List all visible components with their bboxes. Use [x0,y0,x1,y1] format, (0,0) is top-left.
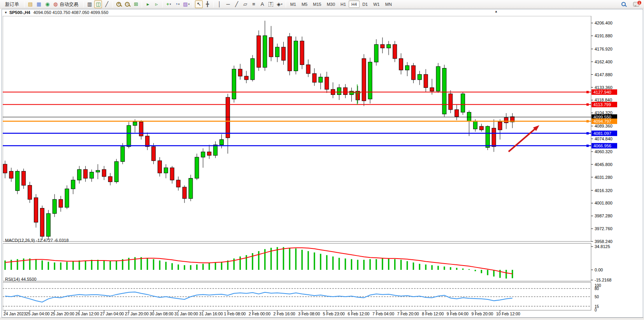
autoscroll-icon[interactable]: ▸ [144,0,152,8]
price-tick-label: 4176.920 [595,47,612,51]
candle-body [461,94,465,112]
fibonacci-button[interactable]: ≡ [250,0,258,8]
rsi-axis-label: 0 [595,308,597,312]
label-button[interactable]: T [267,0,275,8]
cursor-button: ↖ [197,2,201,7]
line-anchor-square [586,120,589,122]
candle [114,159,118,184]
timeframe-button-m15[interactable]: M15 [310,0,324,8]
new-order-button[interactable]: 新订单 [2,0,22,8]
autotrading-button: ◍ [53,2,58,7]
candle-body [40,208,44,236]
candle-body [300,41,304,65]
timeframe-button-mn[interactable]: MN [383,0,395,8]
time-axis-label: 26 Jan 12:00 [75,311,99,316]
chart-window: ▼ SP500-,H4 4094.050 4103.750 4087.050 4… [2,9,643,318]
line-anchor-square [586,103,589,106]
toolbar-separator [112,1,113,7]
price-tick-label: 4147.880 [595,72,612,77]
trendline-button[interactable]: ╱ [233,0,240,8]
candle [461,92,465,115]
chart-header: ▼ SP500-,H4 4094.050 4103.750 4087.050 4… [2,9,643,16]
candle-body [146,136,149,147]
candle-body [442,68,446,114]
zoom-out-icon[interactable]: − [123,0,131,8]
line-anchor-square [586,91,589,93]
expand-trade-panel-icon[interactable]: ▼ [2,11,9,14]
crosshair-button: ╋ [206,2,209,7]
time-axis-label: 25 Jan 20:00 [51,311,74,316]
candle-body [176,180,180,187]
line-chart-icon[interactable]: ╱ [103,0,111,8]
search-button[interactable] [619,0,627,8]
shapes-button: ◈ [277,2,281,7]
candle-body [114,162,118,182]
text-button[interactable]: A [258,0,266,8]
periods-button[interactable]: ◔▾ [173,0,181,8]
toolbar-separator [83,1,84,7]
cursor-button[interactable]: ↖ [195,0,203,8]
candle-body [449,94,453,110]
tile-windows-icon[interactable]: ⊞ [132,0,140,8]
line-anchor-square [586,132,589,135]
candle-body [238,69,242,76]
price-tick-label: 4001.800 [595,201,612,205]
time-axis-label: 1 Feb 08:00 [224,311,246,316]
timeframe-button-m5[interactable]: M5 [299,0,310,8]
timeframe-button-h4[interactable]: H4 [349,0,360,8]
history-icon[interactable]: ▤ [26,0,34,8]
zoom-in-icon: + [116,2,121,7]
candle [436,63,440,93]
shapes-button[interactable]: ◈▾ [275,0,284,8]
candle-body [325,77,329,89]
zoom-in-icon[interactable]: + [115,0,123,8]
candle-body [411,66,415,80]
candle [257,30,261,71]
time-axis-label: 9 Feb 20:00 [471,311,493,316]
price-tick-label: 3958.240 [595,239,612,244]
indicators-button: + [166,2,169,7]
candlestick-chart-icon[interactable]: ◫ [94,0,102,8]
timeframe-button-h1[interactable]: H1 [338,0,349,8]
time-axis-label: 24 Jan 2023 [4,311,26,316]
time-axis-label: 27 Jan 04:00 [100,311,124,316]
dropdown-arrow-icon: ▾ [178,3,180,5]
time-axis-label: 5 Feb 23:00 [323,311,345,316]
candle-body [344,87,347,94]
vertical-line-button[interactable]: │ [216,0,223,8]
price-tick-label: 4031.280 [595,175,612,180]
candle-body [108,177,112,182]
candle [232,66,236,103]
templates-button[interactable]: ▨▾ [182,0,191,8]
candle [442,65,446,117]
channel-button[interactable]: ▱ [241,0,249,8]
timeframe-button-m1[interactable]: M1 [288,0,299,8]
indicators-button[interactable]: +▾ [165,0,172,8]
horizontal-line-button[interactable]: ─ [224,0,232,8]
crosshair-button[interactable]: ╋ [204,0,211,8]
toolbar-separator [193,1,193,7]
dropdown-arrow-icon: ▾ [188,3,190,5]
terminal-icon[interactable]: ▦ [35,0,43,8]
timeframe-button-d1[interactable]: D1 [360,0,370,8]
candle-body [337,87,341,94]
price-tick-label: 4191.880 [595,33,612,38]
candle-body [207,152,211,156]
candle-body [349,91,353,94]
autoscroll-icon: ▸ [147,2,149,7]
timeframe-button-m30[interactable]: M30 [324,0,338,8]
candle-body [158,161,162,173]
autotrading-button[interactable]: ◍自动交易 [52,0,81,8]
timeframe-toolbar: M1M5M15M30H1H4D1W1MN [288,0,395,8]
signal-icon[interactable]: ◉ [44,0,51,8]
timeframe-button-w1[interactable]: W1 [370,0,383,8]
candle-body [381,44,384,48]
candle [189,175,193,201]
bar-chart-icon[interactable]: ▥ [86,0,93,8]
chart-canvas[interactable]: 4206.4004191.8804176.9204162.4004147.880… [3,16,643,318]
notifications-button[interactable]: 1 [633,2,639,7]
candle-body [393,44,397,58]
toolbar-separator [142,1,142,7]
chart-shift-icon[interactable]: ▹ [153,0,160,8]
time-axis-label: 27 Jan 20:00 [125,311,149,316]
